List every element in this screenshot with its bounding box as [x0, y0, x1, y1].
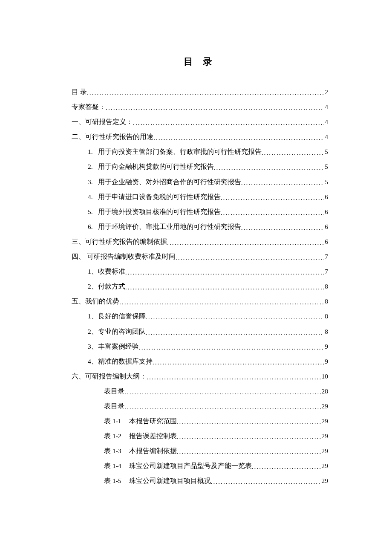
toc-text: 六、可研报告编制大纲： [72, 373, 147, 380]
toc-page-number: 2 [324, 89, 328, 95]
toc-page-number: 5 [324, 163, 328, 170]
toc-leader-dots [167, 239, 324, 246]
toc-leader-dots [146, 329, 324, 336]
toc-label: 表 1-1本报告研究范围 [104, 418, 177, 425]
toc-text: 二、可行性研究报告的用途 [72, 133, 153, 140]
toc-label: 1.用于向投资主管部门备案、行政审批的可行性研究报告 [88, 148, 262, 155]
toc-label: 表 1-2报告误差控制表 [104, 433, 177, 439]
toc-page-number: 6 [324, 223, 328, 230]
toc-leader-dots [125, 284, 324, 291]
toc-label: 5.用于境外投资项目核准的可行性研究报告 [88, 208, 221, 215]
toc-page-number: 5 [324, 179, 328, 185]
toc-text: 用于申请进口设备免税的可行性研究报告 [98, 193, 221, 200]
toc-entry: 表 1-3本报告编制依据29 [72, 448, 328, 454]
toc-text: 用于环境评价、审批工业用地的可行性研究报告 [98, 223, 241, 230]
toc-text: 4、精准的数据库支持 [88, 358, 153, 365]
toc-text: 本报告研究范围 [129, 417, 177, 425]
toc-entry: 四、 可研报告编制收费标准及时间7 [72, 253, 328, 260]
toc-text: 三、可行性研究报告的编制依据 [72, 238, 167, 245]
toc-page-number: 28 [321, 388, 329, 395]
toc-page-number: 29 [321, 477, 329, 484]
toc-page-number: 4 [324, 104, 328, 110]
toc-table-prefix: 表 1-5 [104, 477, 121, 484]
toc-leader-dots [153, 134, 324, 141]
toc-label: 4、精准的数据库支持 [88, 358, 153, 365]
toc-entry: 6.用于环境评价、审批工业用地的可行性研究报告6 [72, 223, 328, 230]
toc-leader-dots [106, 104, 324, 111]
toc-leader-dots [177, 419, 321, 425]
toc-text: 五、我们的优势 [72, 298, 119, 305]
toc-entry: 4、精准的数据库支持9 [72, 358, 328, 365]
toc-label: 2、付款方式 [88, 283, 125, 290]
toc-label: 专家答疑： [72, 104, 106, 110]
toc-page-number: 8 [324, 313, 328, 320]
toc-label: 表 1-5珠宝公司新建项目项目概况 [104, 477, 211, 484]
toc-leader-dots [177, 448, 321, 455]
toc-page-number: 6 [324, 208, 328, 215]
toc-label: 四、 可研报告编制收费标准及时间 [72, 253, 176, 260]
toc-page-number: 7 [324, 253, 328, 260]
toc-page-number: 29 [321, 433, 329, 439]
toc-label: 1、收费标准 [88, 268, 125, 275]
toc-leader-dots [176, 254, 324, 261]
toc-page-number: 8 [324, 328, 328, 335]
toc-page-number: 9 [324, 343, 328, 350]
toc-label: 3.用于企业融资、对外招商合作的可行性研究报告 [88, 179, 241, 185]
toc-leader-dots [124, 404, 321, 410]
toc-entry: 1、收费标准7 [72, 268, 328, 275]
toc-leader-dots [221, 194, 324, 201]
toc-entry: 表目录28 [72, 388, 328, 395]
toc-page-number: 4 [324, 133, 328, 140]
toc-entry: 一、可研报告定义：4 [72, 119, 328, 125]
toc-text: 本报告编制依据 [129, 447, 177, 454]
toc-leader-dots [147, 374, 321, 381]
toc-text: 2、付款方式 [88, 283, 125, 290]
toc-entry: 二、可行性研究报告的用途4 [72, 133, 328, 140]
toc-entry: 1、良好的信誉保障8 [72, 313, 328, 320]
toc-page-number: 10 [321, 373, 329, 380]
toc-label: 表目录 [104, 388, 124, 395]
toc-entry: 三、可行性研究报告的编制依据6 [72, 238, 328, 245]
toc-leader-dots [146, 314, 324, 321]
toc-page-number: 29 [321, 462, 329, 469]
toc-label: 六、可研报告编制大纲： [72, 373, 147, 380]
toc-page-number: 5 [324, 148, 328, 155]
toc-leader-dots [87, 90, 324, 96]
toc-leader-dots [153, 359, 324, 366]
toc-label: 6.用于环境评价、审批工业用地的可行性研究报告 [88, 223, 241, 230]
toc-label: 一、可研报告定义： [72, 119, 133, 125]
toc-entry: 3、丰富案例经验9 [72, 343, 328, 350]
toc-table-prefix: 表 1-3 [104, 447, 121, 454]
toc-text: 表目录 [104, 402, 124, 410]
toc-leader-dots [119, 299, 324, 306]
toc-leader-dots [214, 164, 324, 171]
toc-number-prefix: 5. [88, 208, 93, 215]
toc-entry: 4.用于申请进口设备免税的可行性研究报告6 [72, 194, 328, 200]
toc-text: 2、专业的咨询团队 [88, 328, 146, 335]
toc-entry: 2、专业的咨询团队8 [72, 328, 328, 335]
toc-label: 1、良好的信誉保障 [88, 313, 146, 320]
toc-text: 3、丰富案例经验 [88, 343, 139, 350]
toc-text: 一、可研报告定义： [72, 118, 133, 125]
toc-page-number: 29 [321, 403, 329, 410]
toc-table-prefix: 表 1-1 [104, 417, 121, 425]
toc-label: 二、可行性研究报告的用途 [72, 133, 153, 140]
toc-entry: 表 1-1本报告研究范围29 [72, 418, 328, 425]
toc-page-number: 6 [324, 194, 328, 200]
toc-text: 四、 可研报告编制收费标准及时间 [72, 253, 176, 260]
toc-entry: 目 录2 [72, 89, 328, 95]
toc-number-prefix: 1. [88, 148, 93, 155]
toc-entry: 2.用于向金融机构贷款的可行性研究报告5 [72, 163, 328, 170]
toc-text: 1、良好的信誉保障 [88, 312, 146, 320]
toc-text: 用于向金融机构贷款的可行性研究报告 [98, 163, 214, 170]
toc-text: 专家答疑： [72, 103, 106, 110]
toc-text: 用于向投资主管部门备案、行政审批的可行性研究报告 [98, 148, 262, 155]
toc-entry: 表 1-2报告误差控制表29 [72, 433, 328, 439]
toc-label: 4.用于申请进口设备免税的可行性研究报告 [88, 194, 221, 200]
toc-label: 目 录 [72, 89, 87, 95]
toc-entry: 2、付款方式8 [72, 283, 328, 290]
toc-entry: 五、我们的优势8 [72, 298, 328, 305]
toc-page-number: 29 [321, 448, 329, 454]
toc-page-number: 9 [324, 358, 328, 365]
toc-leader-dots [211, 478, 321, 485]
